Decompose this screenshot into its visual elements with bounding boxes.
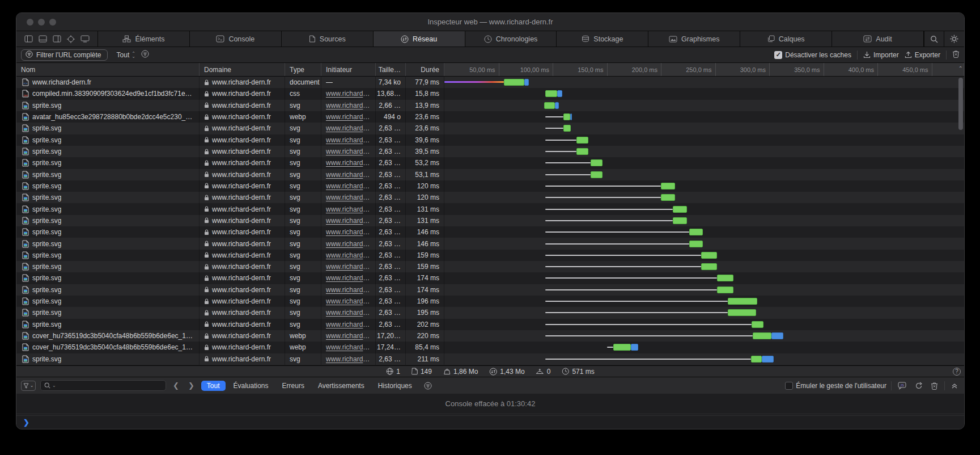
help-button[interactable]: ? [953, 368, 961, 376]
emulate-user-gesture-checkbox[interactable] [785, 382, 793, 390]
column-header-name[interactable]: Nom [16, 63, 200, 76]
initiator-link[interactable]: www.richard-d… [326, 251, 371, 259]
request-row[interactable]: sprite.svgwww.richard-dern.frsvgwww.rich… [16, 307, 964, 318]
tab-calques[interactable]: Calques [740, 31, 832, 47]
request-row[interactable]: sprite.svgwww.richard-dern.frsvgwww.rich… [16, 203, 964, 214]
export-button[interactable]: Exporter [905, 51, 940, 59]
settings-gear-icon[interactable] [944, 31, 964, 47]
initiator-link[interactable]: www.richard-d… [326, 193, 371, 201]
element-picker-icon[interactable] [67, 35, 75, 43]
column-header-type[interactable]: Type [285, 63, 321, 76]
dock-bottom-icon[interactable] [39, 35, 47, 43]
initiator-link[interactable]: www.richard-d… [326, 136, 371, 144]
initiator-link[interactable]: www.richard-d… [326, 286, 371, 294]
console-forward-button[interactable]: ❯ [186, 381, 197, 390]
initiator-link[interactable]: www.richard-d… [326, 309, 371, 317]
request-row[interactable]: sprite.svgwww.richard-dern.frsvgwww.rich… [16, 284, 964, 296]
request-row[interactable]: sprite.svgwww.richard-dern.frsvgwww.rich… [16, 180, 964, 192]
clear-network-trash-icon[interactable] [952, 50, 960, 60]
console-filter-historiques[interactable]: Historiques [372, 381, 418, 391]
tab-elements[interactable]: Éléments [98, 31, 190, 47]
console-filter-tout[interactable]: Tout [201, 381, 226, 391]
import-button[interactable]: Importer [863, 51, 899, 59]
initiator-link[interactable]: www.richard-d… [326, 332, 371, 340]
timeline-header[interactable]: 50,00 ms100,00 ms150,0 ms200,0 ms250,0 m… [444, 63, 964, 76]
request-row[interactable]: sprite.svgwww.richard-dern.frsvgwww.rich… [16, 100, 964, 111]
close-window-button[interactable] [27, 19, 33, 26]
request-row[interactable]: cover_hu736519dc3b5040cfa48b6b559b6de6ec… [16, 342, 964, 353]
dock-left-icon[interactable] [24, 35, 33, 43]
initiator-link[interactable]: www.richard-d… [326, 148, 371, 155]
initiator-link[interactable]: www.richard-d… [326, 171, 371, 179]
request-row[interactable]: sprite.svgwww.richard-dern.frsvgwww.rich… [16, 226, 964, 238]
request-row[interactable]: sprite.svgwww.richard-dern.frsvgwww.rich… [16, 238, 964, 249]
initiator-link[interactable]: www.richard-d… [326, 355, 371, 363]
request-row[interactable]: sprite.svgwww.richard-dern.frsvgwww.rich… [16, 319, 964, 330]
initiator-link[interactable]: www.richard-d… [326, 228, 371, 236]
console-filter-avertissements[interactable]: Avertissements [312, 381, 370, 391]
minimize-window-button[interactable] [38, 19, 45, 26]
initiator-link[interactable]: www.richard-d… [326, 217, 371, 225]
console-filter-evaluations[interactable]: Évaluations [228, 381, 274, 391]
console-filter-erreurs[interactable]: Erreurs [277, 381, 310, 391]
console-filter-options-icon[interactable] [422, 382, 434, 390]
request-row[interactable]: cover_hu736519dc3b5040cfa48b6b559b6de6ec… [16, 330, 964, 342]
request-row[interactable]: avatar_hu85ecc3e298728880b0bde2dcc4e5c23… [16, 111, 964, 123]
inspector-search-button[interactable] [924, 31, 944, 47]
initiator-link[interactable]: www.richard-d… [326, 274, 371, 282]
initiator-link[interactable]: www.richard-d… [326, 102, 371, 109]
filter-options-icon[interactable] [141, 50, 149, 60]
column-header-domain[interactable]: Domaine [200, 63, 285, 76]
request-row[interactable]: sprite.svgwww.richard-dern.frsvgwww.rich… [16, 272, 964, 284]
tab-console[interactable]: Console [190, 31, 282, 47]
reload-icon[interactable] [913, 382, 924, 390]
js-context-bubble-icon[interactable]: JS [896, 382, 909, 390]
request-row[interactable]: sprite.svgwww.richard-dern.frsvgwww.rich… [16, 123, 964, 134]
column-header-size[interactable]: Taille… [376, 63, 406, 76]
request-row[interactable]: sprite.svgwww.richard-dern.frsvgwww.rich… [16, 146, 964, 157]
initiator-link[interactable]: www.richard-d… [326, 113, 371, 121]
tab-graphismes[interactable]: Graphismes [648, 31, 740, 47]
console-filter-funnel-button[interactable]: ⌄ [21, 381, 36, 391]
filter-url-button[interactable]: Filtrer l'URL complète [21, 49, 108, 61]
emulate-user-gesture-control[interactable]: Émuler le geste de l'utilisateur [785, 382, 886, 390]
initiator-link[interactable]: www.richard-d… [326, 321, 371, 328]
tab-reseau[interactable]: Réseau [374, 31, 465, 47]
initiator-link[interactable]: www.richard-d… [326, 124, 371, 132]
initiator-link[interactable]: www.richard-d… [326, 205, 371, 213]
scroll-top-chevron-icon[interactable]: ⌃ [958, 65, 963, 71]
initiator-link[interactable]: www.richard-d… [326, 343, 371, 351]
resource-type-select[interactable]: Tout ⌃⌄ [117, 51, 135, 59]
console-search-input[interactable] [58, 382, 162, 390]
request-row[interactable]: sprite.svgwww.richard-dern.frsvgwww.rich… [16, 353, 964, 365]
request-row[interactable]: sprite.svgwww.richard-dern.frsvgwww.rich… [16, 250, 964, 261]
initiator-link[interactable]: www.richard-d… [326, 90, 371, 98]
initiator-link[interactable]: www.richard-d… [326, 240, 371, 248]
expand-console-chevrons-icon[interactable] [949, 382, 960, 389]
disable-caches-control[interactable]: ✓ Désactiver les caches [774, 51, 851, 59]
dock-right-icon[interactable] [53, 35, 61, 43]
tab-sources[interactable]: Sources [282, 31, 374, 47]
request-row[interactable]: sprite.svgwww.richard-dern.frsvgwww.rich… [16, 169, 964, 180]
initiator-link[interactable]: www.richard-d… [326, 263, 371, 271]
column-header-duration[interactable]: Durée [406, 63, 444, 76]
request-row[interactable]: sprite.svgwww.richard-dern.frsvgwww.rich… [16, 215, 964, 226]
column-header-initiator[interactable]: Initiateur [321, 63, 376, 76]
tab-stockage[interactable]: Stockage [557, 31, 648, 47]
request-row[interactable]: sprite.svgwww.richard-dern.frsvgwww.rich… [16, 157, 964, 168]
tab-audit[interactable]: Audit [832, 31, 924, 47]
request-row[interactable]: sprite.svgwww.richard-dern.frsvgwww.rich… [16, 192, 964, 203]
clear-console-trash-icon[interactable] [929, 382, 940, 390]
device-icon[interactable] [80, 35, 90, 43]
request-row[interactable]: sprite.svgwww.richard-dern.frsvgwww.rich… [16, 134, 964, 146]
request-row[interactable]: <>www.richard-dern.frwww.richard-dern.fr… [16, 77, 964, 88]
request-row[interactable]: sprite.svgwww.richard-dern.frsvgwww.rich… [16, 261, 964, 272]
request-row[interactable]: csscompiled.min.38390909f303624ed9e1cf1b… [16, 88, 964, 99]
console-search-field[interactable]: ⌄ [40, 380, 166, 391]
zoom-window-button[interactable] [49, 19, 56, 26]
console-prompt[interactable]: ❯ [16, 415, 964, 429]
request-row[interactable]: sprite.svgwww.richard-dern.frsvgwww.rich… [16, 296, 964, 307]
tab-chronologies[interactable]: Chronologies [465, 31, 557, 47]
initiator-link[interactable]: www.richard-d… [326, 159, 371, 167]
initiator-link[interactable]: www.richard-d… [326, 297, 371, 305]
